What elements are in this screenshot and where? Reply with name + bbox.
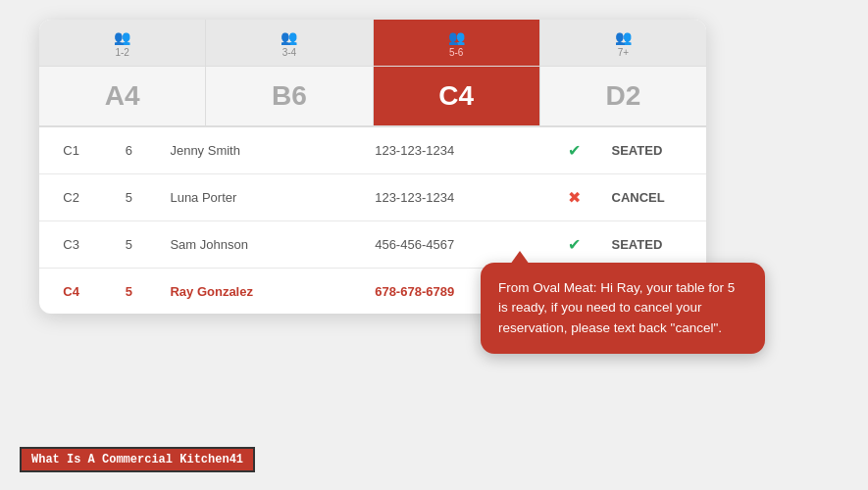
table-row[interactable]: C3 5 Sam Johnson 456-456-4567 ✔ SEATED — [39, 221, 706, 269]
tab-range-3-4: 3-4 — [282, 47, 296, 58]
reservation-name: Sam Johnson — [154, 221, 359, 269]
reservation-name: Ray Gonzalez — [154, 269, 359, 315]
tab-header: 👥 1-2 👥 3-4 👥 5-6 👥 7+ — [39, 20, 706, 67]
group-icon-3-4: 👥 — [281, 29, 297, 45]
tab-3-4[interactable]: 👥 3-4 — [206, 20, 373, 66]
section-labels: A4 B6 C4 D2 — [39, 67, 706, 127]
reservation-phone: 123-123-1234 — [359, 127, 538, 174]
tab-1-2[interactable]: 👥 1-2 — [39, 20, 206, 66]
reservation-name: Luna Porter — [154, 174, 359, 221]
x-icon: ✖ — [568, 189, 581, 206]
tab-range-5-6: 5-6 — [449, 47, 463, 58]
reservation-phone: 123-123-1234 — [359, 174, 538, 221]
reservation-count: 5 — [103, 221, 154, 269]
section-D2[interactable]: D2 — [540, 67, 706, 125]
reservation-count: 6 — [103, 127, 154, 174]
table-row[interactable]: C2 5 Luna Porter 123-123-1234 ✖ CANCEL — [39, 174, 706, 221]
section-B6[interactable]: B6 — [206, 67, 373, 125]
reservation-name: Jenny Smith — [154, 127, 359, 174]
section-A4[interactable]: A4 — [39, 67, 206, 125]
status-icon-cell: ✔ — [538, 221, 596, 269]
status-icon-cell: ✔ — [538, 127, 596, 174]
speech-bubble: From Oval Meat: Hi Ray, your table for 5… — [481, 263, 765, 354]
bottom-label: What Is A Commercial Kitchen41 — [20, 447, 255, 472]
tab-5-6[interactable]: 👥 5-6 — [374, 20, 540, 66]
status-badge[interactable]: CANCEL — [596, 174, 706, 221]
tab-range-7plus: 7+ — [618, 47, 629, 58]
status-icon-cell: ✖ — [538, 174, 596, 221]
check-icon: ✔ — [568, 142, 581, 159]
group-icon-5-6: 👥 — [448, 29, 465, 45]
tab-7plus[interactable]: 👥 7+ — [540, 20, 706, 66]
section-C4[interactable]: C4 — [374, 67, 540, 125]
reservation-id: C1 — [39, 127, 103, 174]
status-badge[interactable]: SEATED — [596, 221, 706, 269]
check-icon: ✔ — [568, 236, 581, 253]
reservation-count: 5 — [103, 269, 154, 315]
group-icon-7plus: 👥 — [615, 29, 632, 45]
reservation-id: C2 — [39, 174, 103, 221]
speech-bubble-text: From Oval Meat: Hi Ray, your table for 5… — [498, 280, 735, 335]
table-row[interactable]: C1 6 Jenny Smith 123-123-1234 ✔ SEATED — [39, 127, 706, 174]
status-badge[interactable]: SEATED — [596, 127, 706, 174]
tab-range-1-2: 1-2 — [115, 47, 128, 58]
group-icon-1-2: 👥 — [114, 29, 130, 45]
reservation-count: 5 — [103, 174, 154, 221]
reservation-id: C4 — [39, 269, 103, 315]
reservation-id: C3 — [39, 221, 103, 269]
